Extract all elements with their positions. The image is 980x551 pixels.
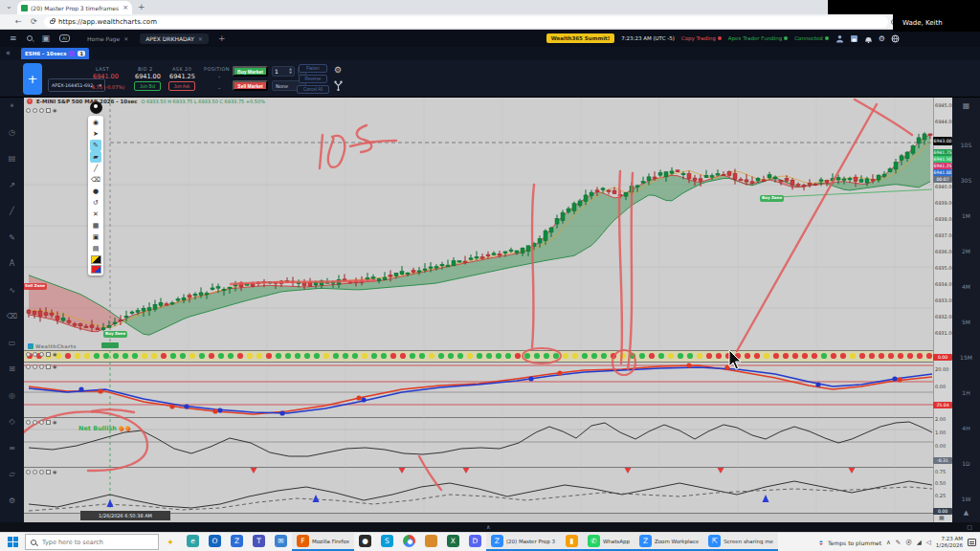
volume-icon[interactable]: ◁: [926, 539, 931, 546]
timeframe-1h[interactable]: 1H: [952, 389, 980, 396]
start-button[interactable]: [0, 533, 25, 551]
add-tab-button[interactable]: +: [218, 33, 226, 43]
panel-divider[interactable]: [24, 417, 933, 418]
wealth365-summit-button[interactable]: Wealth365 Summit!: [546, 33, 615, 43]
panel-circle-icon[interactable]: [33, 364, 37, 369]
taskbar-whatsapp[interactable]: ✆WhatsApp: [583, 533, 635, 551]
panel-circle-icon[interactable]: [26, 352, 31, 357]
taskbar-stocks[interactable]: ▮: [561, 533, 583, 551]
reverse-button[interactable]: Reverse: [299, 75, 327, 83]
pen-icon[interactable]: ✎: [896, 539, 901, 546]
panel-circle-icon[interactable]: [26, 420, 31, 425]
ai-assistant-icon[interactable]: AI: [59, 34, 70, 42]
panel-maximize-icon[interactable]: [46, 352, 51, 357]
taskbar-search[interactable]: [25, 534, 159, 550]
news-headline[interactable]: Temps to plummet: [828, 540, 881, 546]
pen-icon[interactable]: ✎: [90, 140, 101, 151]
pencil-tool-icon[interactable]: ✎: [0, 233, 24, 242]
panel-maximize-icon[interactable]: [46, 364, 51, 369]
layouts-icon[interactable]: ▣: [42, 33, 51, 43]
settings-tool-icon[interactable]: ⚙: [0, 496, 24, 505]
taskbar-firefox[interactable]: FMozilla Firefox: [292, 533, 354, 551]
back-icon[interactable]: ←: [15, 17, 22, 26]
text-tool-icon[interactable]: A: [0, 259, 24, 268]
taskbar-chrome[interactable]: [398, 533, 420, 551]
panel-circle-icon[interactable]: [39, 352, 44, 357]
timeframe-1d[interactable]: 1D: [952, 460, 980, 467]
shapes-icon[interactable]: ▦: [90, 220, 101, 231]
order-settings-gear-icon[interactable]: ⚙: [334, 65, 342, 75]
tab-home-page[interactable]: Home Page✕: [87, 35, 128, 42]
tray-expand-icon[interactable]: ∧: [886, 539, 891, 546]
cancel-all-button[interactable]: Cancel All: [297, 85, 329, 94]
bell-icon[interactable]: [864, 34, 873, 43]
line-icon[interactable]: ╱: [90, 163, 101, 174]
alert-icon[interactable]: !: [27, 99, 33, 104]
panel-controls[interactable]: ◉: [26, 107, 56, 113]
main-chart-panel[interactable]: [24, 98, 933, 350]
stepper-arrows-icon[interactable]: ▲▼: [289, 68, 292, 75]
taskbar-zoom-meeting[interactable]: Z(20) Master Prop 3 t...: [486, 533, 561, 551]
taskbar-edge[interactable]: e: [182, 533, 204, 551]
network-icon[interactable]: ◢: [917, 539, 922, 546]
axis-settings-icon[interactable]: ▦: [939, 514, 945, 520]
taskbar-app-z[interactable]: Z: [226, 533, 248, 551]
close-icon[interactable]: ✕: [123, 35, 128, 42]
line-tool-icon[interactable]: ╱: [0, 207, 24, 215]
people-icon[interactable]: [835, 34, 844, 43]
app-search-icon[interactable]: [27, 35, 33, 41]
buy-market-button[interactable]: Buy Market: [233, 66, 268, 77]
eye-icon[interactable]: ◉: [90, 117, 101, 128]
panel-controls[interactable]: ◉: [26, 351, 56, 357]
timeframe-4h[interactable]: 4H: [952, 425, 980, 431]
visibility-eye-icon[interactable]: ◉: [53, 364, 56, 369]
tab-close-icon[interactable]: ×: [122, 4, 128, 11]
crosshair-tool-icon[interactable]: ⌖: [0, 101, 24, 111]
notification-icon[interactable]: [968, 539, 976, 546]
flatten-button[interactable]: Flatten: [299, 64, 327, 73]
panel-circle-icon[interactable]: [39, 108, 44, 113]
dots-indicator-panel[interactable]: [24, 350, 933, 362]
gear-icon[interactable]: ⚙: [879, 34, 885, 43]
timeframe-15m[interactable]: 15M: [952, 354, 980, 361]
close-icon[interactable]: ✕: [198, 35, 203, 42]
globe-icon[interactable]: [891, 34, 900, 43]
taskbar-clock[interactable]: 7:23 AM 1/26/2026: [936, 536, 963, 549]
panel-controls[interactable]: ◉: [26, 469, 56, 474]
oscillator2-panel[interactable]: [24, 417, 933, 467]
eraser-icon[interactable]: ⌫: [90, 174, 101, 186]
panel-circle-icon[interactable]: [33, 352, 37, 357]
browser-tab[interactable]: (20) Master Prop 3 timeframes - ×: [17, 1, 132, 14]
panel-circle-icon[interactable]: [26, 470, 31, 474]
taskbar-outlook[interactable]: O: [204, 533, 226, 551]
oscillator1-panel[interactable]: [24, 362, 933, 417]
tab-list-chevron-icon[interactable]: ⌄: [6, 2, 12, 11]
panel-circle-icon[interactable]: [39, 364, 44, 369]
rectangle-tool-icon[interactable]: ▭: [0, 339, 24, 347]
strategy-fork-icon[interactable]: [334, 80, 343, 91]
visibility-eye-icon[interactable]: ◉: [53, 469, 56, 474]
timeframe-5m[interactable]: 5M: [952, 319, 980, 325]
taskbar-discord[interactable]: D: [464, 533, 486, 551]
taskbar-app-amber[interactable]: [420, 533, 442, 551]
sell-market-button[interactable]: Sell Market: [233, 80, 268, 91]
taskbar-excel[interactable]: X: [442, 533, 464, 551]
quantity-stepper[interactable]: 1▲▼: [272, 66, 295, 77]
notes-icon[interactable]: ▤: [90, 243, 101, 254]
url-field[interactable]: https://app.wealthcharts.com: [44, 16, 888, 28]
join-ask-button[interactable]: Join Ask: [168, 81, 195, 91]
panel-controls[interactable]: ◉: [26, 364, 56, 369]
new-tab-button[interactable]: +: [138, 2, 145, 11]
panel-maximize-icon[interactable]: [46, 108, 51, 113]
list-tool-icon[interactable]: ≡: [0, 444, 24, 452]
panel-circle-icon[interactable]: [39, 420, 44, 425]
connected-status[interactable]: Connected: [794, 35, 829, 41]
panel-divider[interactable]: [24, 467, 933, 468]
taskbar-screen-share[interactable]: ⇱Screen sharing mee...: [703, 533, 778, 551]
visibility-eye-icon[interactable]: ◉: [53, 351, 56, 357]
collapse-panel-icon[interactable]: «: [6, 49, 11, 57]
tree-icon[interactable]: ▲: [952, 509, 980, 517]
chart-type-tool-icon[interactable]: ▤: [0, 154, 24, 163]
timeframe-2m[interactable]: 2M: [952, 248, 980, 254]
target-tool-icon[interactable]: ◎: [0, 391, 24, 400]
